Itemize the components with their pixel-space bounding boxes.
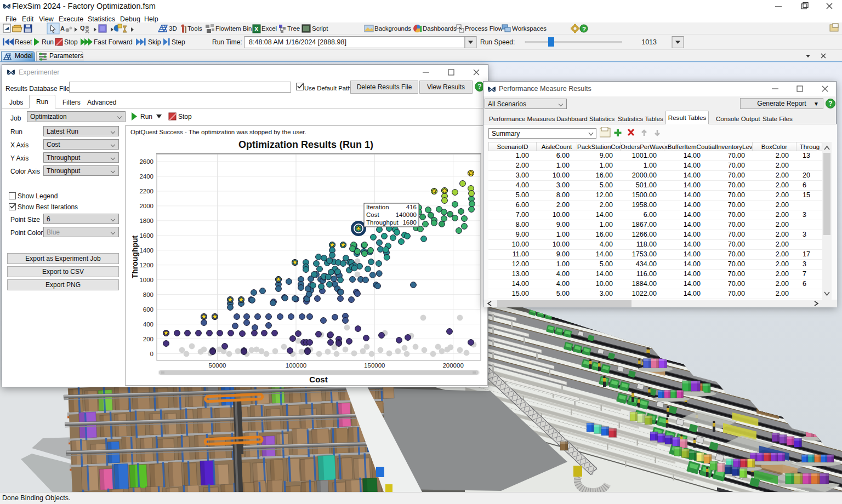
svg-text:400: 400 [143,321,153,328]
svg-text:Tree: Tree [287,25,300,32]
svg-text:1680: 1680 [402,219,417,226]
svg-text:Stop: Stop [64,38,78,46]
svg-text:Skip: Skip [148,38,161,46]
svg-text:?: ? [582,26,586,32]
svg-text:800: 800 [143,291,153,298]
svg-text:140000: 140000 [396,211,417,218]
svg-text:1800: 1800 [139,217,153,224]
svg-text:Stop: Stop [178,113,192,121]
svg-text:Run: Run [42,38,54,46]
svg-text:Script: Script [312,25,328,32]
svg-text:8:48:08 AM 1/16/2024 [2888.9: 8:48:08 AM 1/16/2024 [2888.98] [249,38,346,46]
svg-text:A: A [60,25,65,32]
svg-text:Step: Step [172,38,185,46]
svg-text:2400: 2400 [139,173,153,180]
svg-text:200: 200 [143,336,153,342]
svg-text:X: X [254,26,259,32]
svg-text:1013: 1013 [641,38,657,46]
svg-text:Cost: Cost [366,211,379,218]
svg-text:Backgrounds: Backgrounds [374,25,411,32]
svg-text:150000: 150000 [364,362,385,369]
svg-text:3D: 3D [169,25,177,32]
svg-text:1200: 1200 [139,262,153,268]
svg-text:Reset: Reset [15,38,32,46]
svg-text:Workspaces: Workspaces [512,25,547,32]
svg-text:1600: 1600 [139,232,153,239]
svg-text:Run Speed:: Run Speed: [480,38,515,46]
svg-text:Run: Run [140,113,152,121]
svg-text:Excel: Excel [261,25,277,32]
svg-text:Fast Forward: Fast Forward [94,38,133,46]
svg-text:100000: 100000 [286,362,306,369]
svg-text:FlowItem Bin: FlowItem Bin [215,25,252,32]
svg-text:Q: Q [80,25,85,31]
svg-text:1400: 1400 [139,247,153,254]
svg-text:Tools: Tools [187,25,202,32]
svg-text:Throughput: Throughput [132,235,139,278]
svg-text:2000: 2000 [139,203,153,209]
svg-text:0: 0 [150,351,153,357]
svg-text:Dashboards: Dashboards [423,25,457,32]
svg-text:Iteration: Iteration [366,204,389,210]
svg-text:2600: 2600 [139,158,153,165]
svg-text:Cost: Cost [309,375,327,384]
svg-text:50000: 50000 [209,362,226,369]
svg-text:Run Time:: Run Time: [212,38,242,46]
svg-text:200000: 200000 [442,362,463,369]
svg-text:416: 416 [406,204,417,210]
svg-text:Process Flow: Process Flow [465,25,503,32]
svg-text:2200: 2200 [139,188,153,194]
svg-text:600: 600 [143,306,153,313]
svg-text:Throughput: Throughput [366,219,399,226]
svg-text:1000: 1000 [139,277,153,283]
